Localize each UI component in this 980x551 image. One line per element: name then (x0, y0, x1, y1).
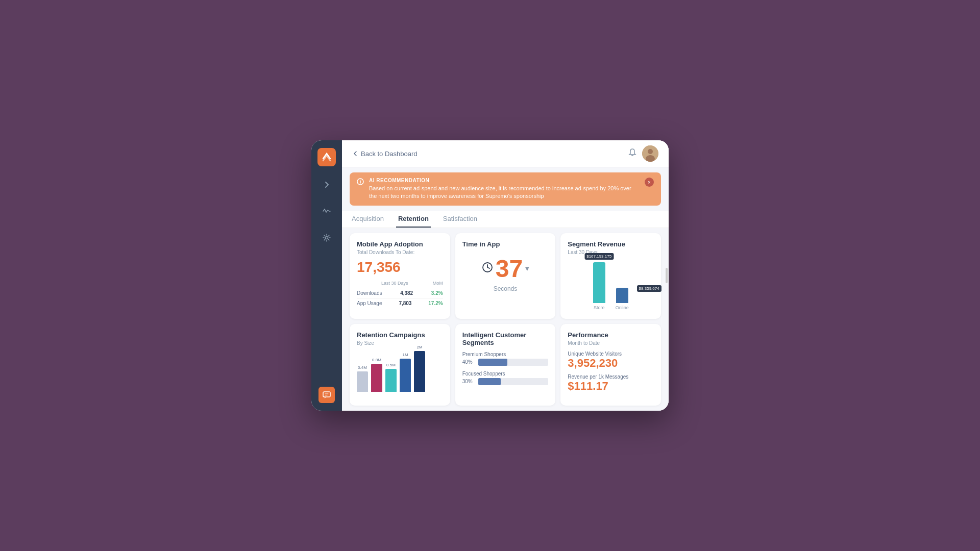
info-icon (357, 178, 364, 187)
card-performance: Performance Month to Date Unique Website… (560, 324, 661, 406)
r-bar-2 (385, 369, 397, 392)
card-retention-campaigns: Retention Campaigns By Size 0.4M 0.8M 0.… (350, 324, 450, 406)
svg-rect-1 (323, 392, 330, 397)
notification-bell-icon[interactable] (628, 148, 637, 159)
segment-row-premium: Premium Shoppers 40% (462, 352, 549, 366)
segment-revenue-title: Segment Revenue (568, 240, 654, 248)
tab-acquisition[interactable]: Acquisition (350, 211, 386, 228)
main-content: Back to Dashboard (342, 140, 669, 411)
r-bar-val-0: 0.4M (358, 365, 367, 370)
banner-title: AI RECOMMENDATION (369, 178, 640, 183)
time-number-row: 37 ▾ (482, 255, 529, 283)
performance-title: Performance (568, 331, 654, 339)
r-bar-col-3: 1M (400, 353, 411, 392)
performance-subtitle: Month to Date (568, 340, 654, 346)
dropdown-arrow-icon[interactable]: ▾ (525, 264, 529, 272)
store-value-label: $167,193,175 (584, 253, 614, 260)
sidebar (311, 140, 342, 411)
total-downloads-value: 17,356 (357, 259, 443, 276)
card-time-in-app: Time in App 37 ▾ Seconds (455, 233, 556, 319)
tab-satisfaction[interactable]: Satisfaction (441, 211, 479, 228)
segments-list: Premium Shoppers 40% Focused Shoppers 30… (462, 352, 549, 385)
r-bar-val-2: 0.5M (386, 363, 396, 367)
card-mobile-app: Mobile App Adoption Total Downloads To D… (350, 233, 450, 319)
segment-focused-bar-fill (478, 378, 501, 385)
card-mobile-app-subtitle: Total Downloads To Date: (357, 249, 443, 255)
segment-focused-name: Focused Shoppers (462, 371, 549, 377)
perf-row-revenue: Revenue per 1k Messages $111.17 (568, 374, 654, 393)
header-right (628, 145, 658, 162)
r-bar-col-2: 0.5M (385, 363, 397, 392)
store-bar-wrapper: $167,193,175 (593, 262, 605, 303)
segment-premium-bar-fill (478, 359, 508, 366)
time-value: 37 (496, 255, 523, 283)
time-unit-label: Seconds (494, 285, 518, 292)
r-bar-col-4: 2M (414, 345, 425, 392)
svg-point-0 (326, 237, 328, 239)
segment-premium-bar-bg (478, 359, 549, 366)
banner-content: AI RECOMMENDATION Based on current ad-sp… (369, 178, 640, 201)
r-bar-1 (371, 364, 382, 392)
segment-focused-bar-bg (478, 378, 549, 385)
header: Back to Dashboard (342, 140, 669, 167)
app-usage-val2: 17.2% (428, 300, 443, 306)
retention-campaigns-title: Retention Campaigns (357, 331, 443, 339)
segment-row-focused: Focused Shoppers 30% (462, 371, 549, 385)
visitors-label: Unique Website Visitors (568, 351, 654, 357)
perf-row-visitors: Unique Website Visitors 3,952,230 (568, 351, 654, 370)
device-frame: Back to Dashboard (311, 140, 669, 411)
sidebar-item-arrow[interactable] (318, 177, 335, 193)
stats-row-app-usage: App Usage 7,803 17.2% (357, 298, 443, 308)
revenue-label: Revenue per 1k Messages (568, 374, 654, 380)
avatar[interactable] (642, 145, 658, 162)
banner-text: Based on current ad-spend and new audien… (369, 185, 640, 201)
app-usage-label: App Usage (357, 300, 382, 306)
stats-col1: Last 30 Days (381, 281, 408, 286)
ai-recommendation-banner: AI RECOMMENDATION Based on current ad-sp… (350, 172, 661, 206)
store-label: Store (594, 305, 605, 310)
back-link[interactable]: Back to Dashboard (352, 150, 418, 158)
r-bar-val-3: 1M (402, 353, 408, 357)
segment-bar-chart: $167,193,175 Store $8,359,674 Online (568, 259, 654, 310)
logo[interactable] (317, 148, 336, 166)
r-bar-val-1: 0.8M (372, 358, 381, 362)
bar-col-online: $8,359,674 Online (616, 288, 629, 310)
card-segment-revenue: Segment Revenue Last 30 Days $167,193,17… (560, 233, 661, 319)
retention-bar-chart: 0.4M 0.8M 0.5M 1M (357, 351, 443, 392)
app-usage-val1: 7,803 (399, 300, 411, 306)
segment-premium-pct: 40% (462, 359, 475, 365)
svg-point-3 (648, 149, 653, 154)
segment-premium-name: Premium Shoppers (462, 352, 549, 357)
r-bar-4 (414, 351, 425, 392)
segment-focused-bar-row: 30% (462, 378, 549, 385)
stats-row-downloads: Downloads 4,382 3.2% (357, 288, 443, 298)
downloads-label: Downloads (357, 290, 382, 296)
retention-campaigns-subtitle: By Size (357, 340, 443, 346)
card-customer-segments: Intelligent Customer Segments Premium Sh… (455, 324, 556, 406)
tab-retention[interactable]: Retention (396, 211, 431, 228)
online-bar (616, 288, 628, 303)
stats-table: Last 30 Days MoM Downloads 4,382 3.2% Ap… (357, 281, 443, 308)
r-bar-0 (357, 371, 368, 392)
downloads-val1: 4,382 (400, 290, 413, 296)
sidebar-item-chat[interactable] (318, 387, 335, 403)
sidebar-item-activity[interactable] (318, 203, 335, 219)
bar-col-store: $167,193,175 Store (593, 262, 605, 310)
svg-point-7 (360, 180, 361, 181)
online-value-label: $8,359,674 (637, 285, 662, 292)
banner-close-button[interactable]: × (645, 178, 654, 187)
customer-segments-title: Intelligent Customer Segments (462, 331, 549, 346)
clock-icon (482, 262, 493, 276)
revenue-value: $111.17 (568, 380, 654, 393)
time-display: 37 ▾ Seconds (462, 249, 549, 297)
visitors-value: 3,952,230 (568, 357, 654, 370)
segment-premium-bar-row: 40% (462, 359, 549, 366)
scroll-indicator (666, 268, 668, 283)
cards-grid: Mobile App Adoption Total Downloads To D… (342, 228, 669, 411)
r-bar-col-1: 0.8M (371, 358, 382, 392)
sidebar-item-settings[interactable] (318, 230, 335, 246)
online-label: Online (616, 305, 629, 310)
stats-header: Last 30 Days MoM (357, 281, 443, 286)
r-bar-col-0: 0.4M (357, 365, 368, 392)
back-label: Back to Dashboard (361, 150, 418, 158)
